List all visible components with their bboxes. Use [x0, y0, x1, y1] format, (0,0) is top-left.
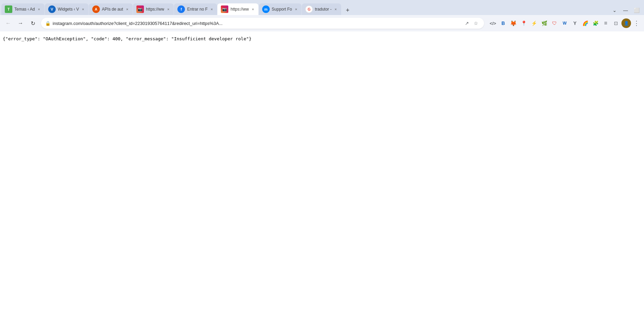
- url-bar[interactable]: 🔒 instagram.com/oauth/authorize?client_i…: [41, 18, 484, 29]
- tab-title-google: tradutor -: [315, 7, 332, 12]
- tab-title-facebook: Entrar no F: [187, 7, 207, 12]
- tab-favicon-facebook: f: [177, 5, 185, 13]
- tab-support[interactable]: m Support Fo ×: [259, 3, 301, 15]
- ext-meta-icon[interactable]: 🦊: [509, 18, 518, 28]
- tab-widgets[interactable]: V Widgets ‹ V ×: [45, 3, 89, 15]
- avatar-initials: 👤: [624, 21, 629, 26]
- ext-y-icon[interactable]: Y: [570, 18, 580, 28]
- tab-title-support: Support Fo: [272, 7, 292, 12]
- ext-lightning-icon[interactable]: ⚡: [529, 18, 539, 28]
- tab-bar-actions: ⌄ — ⬜: [607, 5, 644, 15]
- bookmark-icon[interactable]: ☆: [472, 19, 480, 27]
- security-lock-icon: 🔒: [45, 21, 51, 26]
- ext-color-icon[interactable]: 🌈: [580, 18, 590, 28]
- tab-apis[interactable]: A APIs de aut ×: [89, 3, 133, 15]
- tab-close-instagram1[interactable]: ×: [165, 6, 171, 12]
- ext-puzzle-icon[interactable]: 🧩: [591, 18, 600, 28]
- tab-favicon-support: m: [262, 5, 270, 13]
- reload-button[interactable]: ↻: [27, 18, 38, 29]
- tab-close-google[interactable]: ×: [333, 6, 338, 12]
- new-tab-button[interactable]: +: [343, 5, 352, 15]
- profile-avatar[interactable]: 👤: [621, 18, 631, 28]
- toolbar-extensions: </> B 🦊 📍 ⚡ 🌿 🛡 W Y 🌈 🧩 ≡ ⊡ 👤 ⋮: [488, 18, 641, 28]
- tab-favicon-temas: T: [5, 5, 12, 13]
- ext-b-icon[interactable]: B: [498, 18, 508, 28]
- tab-facebook[interactable]: f Entrar no F ×: [174, 3, 217, 15]
- tab-close-support[interactable]: ×: [293, 6, 299, 12]
- tab-title-instagram1: https://ww: [146, 7, 164, 12]
- ext-screen-icon[interactable]: ⊡: [611, 18, 621, 28]
- ext-leaf-icon[interactable]: 🌿: [539, 18, 549, 28]
- tab-instagram1[interactable]: 📷 https://ww ×: [133, 3, 174, 15]
- tab-title-apis: APIs de aut: [102, 7, 123, 12]
- tab-search-button[interactable]: ⌄: [610, 5, 619, 15]
- forward-button[interactable]: →: [15, 18, 26, 29]
- url-text: instagram.com/oauth/authorize?client_id=…: [53, 21, 461, 26]
- tab-close-temas[interactable]: ×: [36, 6, 42, 12]
- share-icon[interactable]: ↗: [463, 19, 471, 27]
- address-bar: ← → ↻ 🔒 instagram.com/oauth/authorize?cl…: [0, 15, 644, 31]
- back-button[interactable]: ←: [3, 18, 14, 29]
- restore-button[interactable]: ⬜: [632, 5, 641, 15]
- tab-bar: T Temas ‹ Ad × V Widgets ‹ V × A APIs de…: [0, 0, 644, 15]
- tab-favicon-google: G: [305, 5, 313, 13]
- url-actions: ↗ ☆: [463, 19, 480, 27]
- tab-close-facebook[interactable]: ×: [209, 6, 214, 12]
- tab-favicon-widgets: V: [48, 5, 56, 13]
- tab-close-apis[interactable]: ×: [124, 6, 130, 12]
- browser-frame: T Temas ‹ Ad × V Widgets ‹ V × A APIs de…: [0, 0, 644, 318]
- ext-word-icon[interactable]: W: [560, 18, 569, 28]
- tab-favicon-apis: A: [92, 5, 100, 13]
- ext-menu-icon[interactable]: ≡: [601, 18, 611, 28]
- error-response: {"error_type": "OAuthException", "code":…: [3, 36, 641, 43]
- tab-title-instagram2: https://ww: [230, 7, 249, 12]
- tab-close-widgets[interactable]: ×: [80, 6, 86, 12]
- chrome-menu-button[interactable]: ⋮: [632, 18, 641, 28]
- page-content: {"error_type": "OAuthException", "code":…: [0, 31, 644, 318]
- tabs-container: T Temas ‹ Ad × V Widgets ‹ V × A APIs de…: [0, 3, 607, 15]
- tab-instagram2[interactable]: 📷 https://ww ×: [217, 3, 258, 15]
- tab-close-instagram2[interactable]: ×: [250, 6, 256, 12]
- ext-shield-icon[interactable]: 🛡: [550, 18, 559, 28]
- tab-google[interactable]: G tradutor - ×: [302, 3, 341, 15]
- tab-title-temas: Temas ‹ Ad: [14, 7, 35, 12]
- tab-title-widgets: Widgets ‹ V: [58, 7, 79, 12]
- minimize-button[interactable]: —: [621, 5, 630, 15]
- tab-temas[interactable]: T Temas ‹ Ad ×: [1, 3, 44, 15]
- ext-maps-icon[interactable]: 📍: [519, 18, 528, 28]
- tab-favicon-instagram1: 📷: [136, 5, 144, 13]
- tab-favicon-instagram2: 📷: [221, 5, 228, 13]
- ext-devtools-icon[interactable]: </>: [488, 18, 498, 28]
